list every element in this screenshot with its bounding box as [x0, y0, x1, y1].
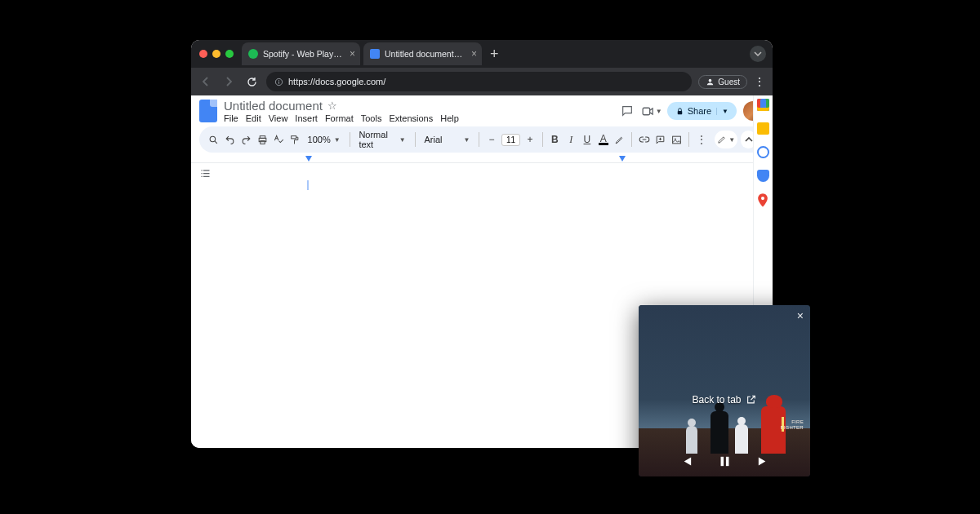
- search-menus-icon[interactable]: [207, 131, 220, 148]
- document-title[interactable]: Untitled document: [224, 99, 323, 113]
- tab-search-button[interactable]: [750, 46, 766, 62]
- back-to-tab-label: Back to tab: [692, 394, 741, 405]
- share-label: Share: [688, 106, 711, 116]
- svg-point-13: [761, 197, 764, 200]
- svg-rect-9: [260, 140, 264, 144]
- menu-view[interactable]: View: [269, 113, 288, 123]
- back-button[interactable]: [198, 73, 214, 90]
- play-pause-icon[interactable]: [718, 454, 732, 468]
- font-size-input[interactable]: 11: [501, 134, 520, 146]
- font-select[interactable]: Arial▼: [421, 135, 473, 144]
- editing-mode-button[interactable]: ▼: [715, 131, 738, 148]
- bold-icon[interactable]: B: [549, 131, 562, 148]
- share-dropdown-icon[interactable]: ▼: [716, 108, 728, 115]
- underline-icon[interactable]: U: [581, 131, 594, 148]
- svg-rect-18: [725, 457, 728, 466]
- pip-controls: [639, 454, 810, 468]
- window-controls: [199, 50, 234, 58]
- back-to-tab-button[interactable]: Back to tab: [692, 394, 756, 405]
- browser-menu-button[interactable]: ⋮: [754, 75, 766, 88]
- italic-icon[interactable]: I: [564, 131, 577, 148]
- calendar-icon[interactable]: [757, 99, 769, 111]
- pip-silhouette: [710, 411, 728, 454]
- menu-format[interactable]: Format: [325, 113, 354, 123]
- pip-silhouette: [686, 426, 697, 454]
- docs-icon: [370, 49, 380, 59]
- paint-format-icon[interactable]: [288, 131, 301, 148]
- redo-icon[interactable]: [240, 131, 253, 148]
- left-indent-marker-icon[interactable]: [305, 156, 312, 162]
- tab-google-docs[interactable]: Untitled document - Google D… ×: [363, 42, 482, 65]
- tab-spotify[interactable]: Spotify - Web Player: Music for… ×: [242, 42, 360, 65]
- svg-rect-4: [643, 108, 650, 115]
- undo-icon[interactable]: [224, 131, 237, 148]
- menu-edit[interactable]: Edit: [246, 113, 261, 123]
- insert-image-icon[interactable]: [670, 131, 684, 148]
- previous-track-icon[interactable]: [679, 454, 693, 468]
- window-close[interactable]: [199, 50, 207, 58]
- increase-font-icon[interactable]: +: [523, 131, 537, 148]
- keep-icon[interactable]: [757, 122, 769, 135]
- pip-window[interactable]: FIRE FIGHTER × Back to tab: [639, 305, 810, 476]
- pip-jacket-text: FIRE FIGHTER: [781, 419, 804, 431]
- tasks-icon[interactable]: [757, 146, 769, 158]
- right-indent-marker-icon[interactable]: [619, 156, 626, 162]
- comment-history-icon[interactable]: [618, 102, 636, 120]
- svg-point-3: [709, 78, 712, 82]
- share-button[interactable]: Share ▼: [667, 102, 737, 120]
- menu-insert[interactable]: Insert: [295, 113, 318, 123]
- docs-toolbar: 100%▼ Normal text▼ Arial▼ − 11 + B I U A…: [199, 126, 764, 153]
- meet-icon[interactable]: ▼: [643, 102, 661, 120]
- spotify-icon: [248, 49, 258, 59]
- tab-close-icon[interactable]: ×: [350, 48, 355, 60]
- ruler[interactable]: [191, 153, 756, 163]
- insert-comment-icon[interactable]: [654, 131, 667, 148]
- next-track-icon[interactable]: [756, 454, 770, 468]
- url-text: https://docs.google.com/: [288, 77, 385, 86]
- svg-rect-10: [292, 135, 296, 138]
- window-minimize[interactable]: [212, 50, 220, 58]
- reload-button[interactable]: [243, 73, 260, 90]
- profile-guest-chip[interactable]: Guest: [698, 75, 747, 89]
- svg-rect-5: [677, 111, 682, 114]
- lock-icon: [675, 107, 684, 116]
- menu-help[interactable]: Help: [440, 113, 459, 123]
- svg-rect-17: [720, 457, 724, 466]
- more-toolbar-icon[interactable]: ⋮: [695, 131, 708, 148]
- highlight-icon[interactable]: [613, 131, 626, 148]
- insert-link-icon[interactable]: [638, 131, 651, 148]
- pip-close-icon[interactable]: ×: [797, 309, 804, 322]
- pip-silhouette: [735, 424, 748, 454]
- document-outline-icon[interactable]: [199, 167, 212, 182]
- site-info-icon: [274, 78, 283, 86]
- menu-extensions[interactable]: Extensions: [389, 113, 433, 123]
- guest-icon: [706, 78, 715, 86]
- decrease-font-icon[interactable]: −: [485, 131, 498, 148]
- print-icon[interactable]: [256, 131, 269, 148]
- docs-logo-icon[interactable]: [199, 100, 217, 122]
- menu-bar: File Edit View Insert Format Tools Exten…: [224, 113, 459, 123]
- docs-header: Untitled document ☆ File Edit View Inser…: [191, 95, 773, 123]
- menu-file[interactable]: File: [224, 113, 238, 123]
- zoom-select[interactable]: 100%▼: [305, 135, 344, 144]
- menu-tools[interactable]: Tools: [361, 113, 382, 123]
- window-maximize[interactable]: [225, 50, 234, 58]
- svg-point-1: [278, 79, 279, 80]
- forward-button[interactable]: [220, 73, 237, 90]
- paragraph-style-select[interactable]: Normal text▼: [355, 130, 408, 149]
- tab-title: Spotify - Web Player: Music for…: [263, 49, 342, 59]
- tab-close-icon[interactable]: ×: [471, 48, 477, 60]
- tab-strip: Spotify - Web Player: Music for… × Untit…: [191, 40, 773, 68]
- omnibox[interactable]: https://docs.google.com/: [266, 72, 692, 91]
- svg-point-6: [211, 136, 216, 142]
- contacts-icon[interactable]: [757, 170, 769, 182]
- text-color-icon[interactable]: A: [597, 131, 610, 148]
- spellcheck-icon[interactable]: [272, 131, 285, 148]
- open-in-new-icon: [746, 394, 757, 405]
- tab-title: Untitled document - Google D…: [385, 49, 464, 59]
- maps-icon[interactable]: [757, 193, 769, 206]
- star-icon[interactable]: ☆: [327, 100, 337, 112]
- address-bar: https://docs.google.com/ Guest ⋮: [191, 68, 773, 95]
- new-tab-button[interactable]: +: [485, 46, 504, 63]
- text-cursor: [307, 180, 309, 190]
